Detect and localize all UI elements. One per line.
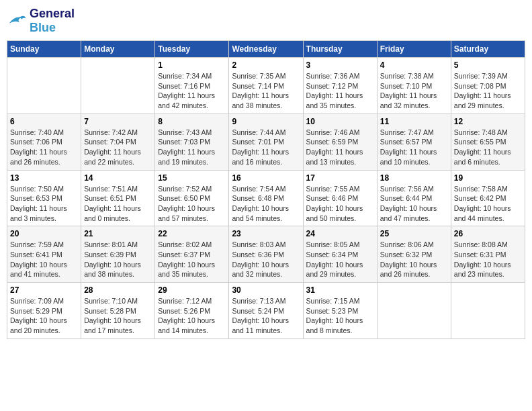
day-info: Sunrise: 7:36 AM Sunset: 7:12 PM Dayligh… xyxy=(306,71,374,111)
day-info: Sunrise: 7:51 AM Sunset: 6:51 PM Dayligh… xyxy=(84,184,152,224)
day-info: Sunrise: 8:03 AM Sunset: 6:36 PM Dayligh… xyxy=(232,240,300,279)
calendar-cell: 1Sunrise: 7:34 AM Sunset: 7:16 PM Daylig… xyxy=(155,58,229,114)
day-info: Sunrise: 7:43 AM Sunset: 7:03 PM Dayligh… xyxy=(158,128,226,167)
day-info: Sunrise: 7:54 AM Sunset: 6:48 PM Dayligh… xyxy=(232,184,300,224)
day-info: Sunrise: 8:02 AM Sunset: 6:37 PM Dayligh… xyxy=(158,240,226,279)
calendar-cell: 7Sunrise: 7:42 AM Sunset: 7:04 PM Daylig… xyxy=(81,113,155,170)
day-number: 29 xyxy=(158,285,226,295)
weekday-header-monday: Monday xyxy=(81,41,155,58)
calendar-cell xyxy=(451,283,525,339)
calendar-cell: 8Sunrise: 7:43 AM Sunset: 7:03 PM Daylig… xyxy=(155,113,229,170)
day-info: Sunrise: 7:46 AM Sunset: 6:59 PM Dayligh… xyxy=(306,128,374,167)
day-number: 27 xyxy=(10,285,78,295)
calendar-cell: 31Sunrise: 7:15 AM Sunset: 5:23 PM Dayli… xyxy=(303,283,377,339)
day-number: 18 xyxy=(380,173,448,183)
calendar-week-1: 1Sunrise: 7:34 AM Sunset: 7:16 PM Daylig… xyxy=(7,58,525,114)
day-number: 10 xyxy=(306,117,374,126)
day-info: Sunrise: 7:47 AM Sunset: 6:57 PM Dayligh… xyxy=(380,128,448,167)
day-number: 6 xyxy=(10,117,78,126)
logo: General Blue xyxy=(7,7,75,35)
calendar-cell xyxy=(377,283,451,339)
day-number: 5 xyxy=(454,60,522,70)
day-number: 12 xyxy=(454,117,522,126)
day-number: 3 xyxy=(306,60,374,70)
day-number: 15 xyxy=(158,173,226,183)
calendar-cell: 21Sunrise: 8:01 AM Sunset: 6:39 PM Dayli… xyxy=(81,226,155,283)
calendar-cell: 15Sunrise: 7:52 AM Sunset: 6:50 PM Dayli… xyxy=(155,170,229,226)
day-info: Sunrise: 7:52 AM Sunset: 6:50 PM Dayligh… xyxy=(158,184,226,224)
day-info: Sunrise: 7:38 AM Sunset: 7:10 PM Dayligh… xyxy=(380,71,448,111)
day-number: 26 xyxy=(454,229,522,238)
calendar-cell: 29Sunrise: 7:12 AM Sunset: 5:26 PM Dayli… xyxy=(155,283,229,339)
day-info: Sunrise: 7:09 AM Sunset: 5:29 PM Dayligh… xyxy=(10,296,78,336)
day-number: 4 xyxy=(380,60,448,70)
calendar-cell: 14Sunrise: 7:51 AM Sunset: 6:51 PM Dayli… xyxy=(81,170,155,226)
day-info: Sunrise: 7:48 AM Sunset: 6:55 PM Dayligh… xyxy=(454,128,522,167)
day-info: Sunrise: 7:34 AM Sunset: 7:16 PM Dayligh… xyxy=(158,71,226,111)
day-number: 31 xyxy=(306,285,374,295)
calendar-cell: 17Sunrise: 7:55 AM Sunset: 6:46 PM Dayli… xyxy=(303,170,377,226)
day-number: 14 xyxy=(84,173,152,183)
page-header: General Blue xyxy=(7,7,525,35)
day-number: 19 xyxy=(454,173,522,183)
calendar-cell: 18Sunrise: 7:56 AM Sunset: 6:44 PM Dayli… xyxy=(377,170,451,226)
calendar-cell: 10Sunrise: 7:46 AM Sunset: 6:59 PM Dayli… xyxy=(303,113,377,170)
day-info: Sunrise: 8:06 AM Sunset: 6:32 PM Dayligh… xyxy=(380,240,448,279)
day-number: 11 xyxy=(380,117,448,126)
calendar-cell: 28Sunrise: 7:10 AM Sunset: 5:28 PM Dayli… xyxy=(81,283,155,339)
day-number: 21 xyxy=(84,229,152,238)
day-info: Sunrise: 7:56 AM Sunset: 6:44 PM Dayligh… xyxy=(380,184,448,224)
calendar-cell: 9Sunrise: 7:44 AM Sunset: 7:01 PM Daylig… xyxy=(229,113,303,170)
day-number: 7 xyxy=(84,117,152,126)
day-info: Sunrise: 8:05 AM Sunset: 6:34 PM Dayligh… xyxy=(306,240,374,279)
weekday-header-saturday: Saturday xyxy=(451,41,525,58)
calendar-cell: 19Sunrise: 7:58 AM Sunset: 6:42 PM Dayli… xyxy=(451,170,525,226)
day-info: Sunrise: 8:01 AM Sunset: 6:39 PM Dayligh… xyxy=(84,240,152,279)
day-info: Sunrise: 7:44 AM Sunset: 7:01 PM Dayligh… xyxy=(232,128,300,167)
day-number: 20 xyxy=(10,229,78,238)
day-info: Sunrise: 7:59 AM Sunset: 6:41 PM Dayligh… xyxy=(10,240,78,279)
logo-bird-icon xyxy=(7,13,27,29)
day-number: 8 xyxy=(158,117,226,126)
day-number: 30 xyxy=(232,285,300,295)
calendar-cell: 24Sunrise: 8:05 AM Sunset: 6:34 PM Dayli… xyxy=(303,226,377,283)
day-info: Sunrise: 7:35 AM Sunset: 7:14 PM Dayligh… xyxy=(232,71,300,111)
day-info: Sunrise: 7:13 AM Sunset: 5:24 PM Dayligh… xyxy=(232,296,300,336)
day-info: Sunrise: 8:08 AM Sunset: 6:31 PM Dayligh… xyxy=(454,240,522,279)
calendar-cell xyxy=(81,58,155,114)
weekday-header-friday: Friday xyxy=(377,41,451,58)
day-info: Sunrise: 7:10 AM Sunset: 5:28 PM Dayligh… xyxy=(84,296,152,336)
calendar-cell: 6Sunrise: 7:40 AM Sunset: 7:06 PM Daylig… xyxy=(7,113,81,170)
day-number: 13 xyxy=(10,173,78,183)
day-info: Sunrise: 7:42 AM Sunset: 7:04 PM Dayligh… xyxy=(84,128,152,167)
calendar-cell: 30Sunrise: 7:13 AM Sunset: 5:24 PM Dayli… xyxy=(229,283,303,339)
day-number: 22 xyxy=(158,229,226,238)
weekday-header-wednesday: Wednesday xyxy=(229,41,303,58)
calendar-week-4: 20Sunrise: 7:59 AM Sunset: 6:41 PM Dayli… xyxy=(7,226,525,283)
calendar-cell: 22Sunrise: 8:02 AM Sunset: 6:37 PM Dayli… xyxy=(155,226,229,283)
day-number: 24 xyxy=(306,229,374,238)
weekday-header-sunday: Sunday xyxy=(7,41,81,58)
day-number: 25 xyxy=(380,229,448,238)
day-number: 2 xyxy=(232,60,300,70)
calendar-cell: 20Sunrise: 7:59 AM Sunset: 6:41 PM Dayli… xyxy=(7,226,81,283)
day-info: Sunrise: 7:50 AM Sunset: 6:53 PM Dayligh… xyxy=(10,184,78,224)
day-info: Sunrise: 7:12 AM Sunset: 5:26 PM Dayligh… xyxy=(158,296,226,336)
calendar-cell: 23Sunrise: 8:03 AM Sunset: 6:36 PM Dayli… xyxy=(229,226,303,283)
calendar-cell: 26Sunrise: 8:08 AM Sunset: 6:31 PM Dayli… xyxy=(451,226,525,283)
calendar-cell: 3Sunrise: 7:36 AM Sunset: 7:12 PM Daylig… xyxy=(303,58,377,114)
weekday-header-thursday: Thursday xyxy=(303,41,377,58)
day-info: Sunrise: 7:15 AM Sunset: 5:23 PM Dayligh… xyxy=(306,296,374,336)
day-number: 9 xyxy=(232,117,300,126)
calendar-cell: 13Sunrise: 7:50 AM Sunset: 6:53 PM Dayli… xyxy=(7,170,81,226)
calendar-cell: 16Sunrise: 7:54 AM Sunset: 6:48 PM Dayli… xyxy=(229,170,303,226)
day-number: 28 xyxy=(84,285,152,295)
day-info: Sunrise: 7:55 AM Sunset: 6:46 PM Dayligh… xyxy=(306,184,374,224)
weekday-header-tuesday: Tuesday xyxy=(155,41,229,58)
day-info: Sunrise: 7:40 AM Sunset: 7:06 PM Dayligh… xyxy=(10,128,78,167)
calendar-cell: 11Sunrise: 7:47 AM Sunset: 6:57 PM Dayli… xyxy=(377,113,451,170)
calendar-week-2: 6Sunrise: 7:40 AM Sunset: 7:06 PM Daylig… xyxy=(7,113,525,170)
calendar-cell: 25Sunrise: 8:06 AM Sunset: 6:32 PM Dayli… xyxy=(377,226,451,283)
calendar-cell: 27Sunrise: 7:09 AM Sunset: 5:29 PM Dayli… xyxy=(7,283,81,339)
day-number: 1 xyxy=(158,60,226,70)
